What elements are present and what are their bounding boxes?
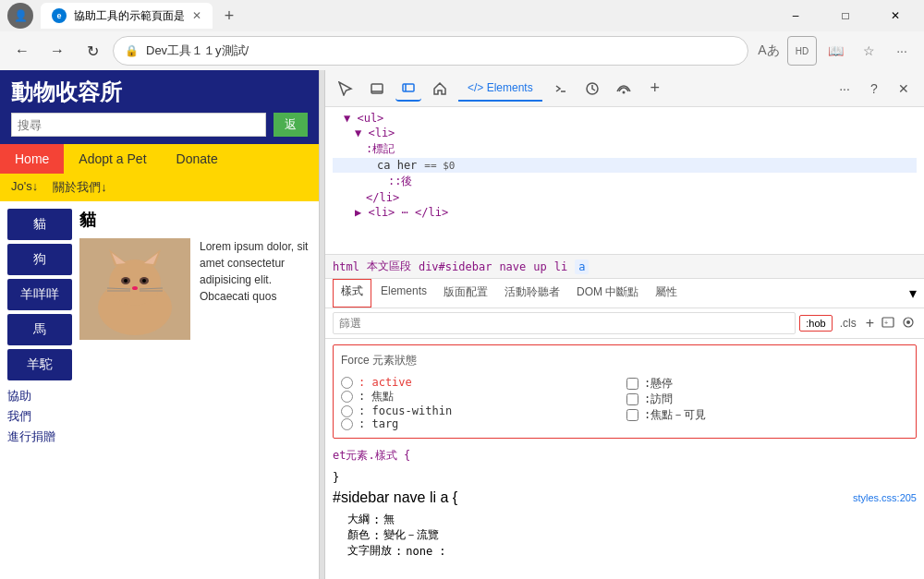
css-selector-text: #sidebar nave li a { xyxy=(333,489,457,506)
devtools-help-icon[interactable]: ? xyxy=(861,76,887,102)
refresh-button[interactable]: ↻ xyxy=(78,36,107,66)
state-active[interactable]: : active xyxy=(341,376,623,389)
tab-elements[interactable]: </> Elements xyxy=(458,76,542,102)
sidebar-item-sheep[interactable]: 羊咩咩 xyxy=(7,279,72,310)
css-source-file[interactable]: styles.css:205 xyxy=(853,492,917,503)
css-prop-val-outline: 無 xyxy=(383,512,395,527)
tab-properties[interactable]: 屬性 xyxy=(648,279,685,308)
address-bar[interactable]: 🔒 Dev工具１１y測試/ xyxy=(113,36,748,66)
browser-tab[interactable]: e 協助工具的示範頁面是 ✕ xyxy=(41,3,213,29)
state-focus-within-radio[interactable] xyxy=(341,405,353,417)
css-prop-outline: 大綱 : 無 xyxy=(333,512,917,527)
elements-panel-icon[interactable] xyxy=(395,76,421,102)
performance-icon[interactable] xyxy=(579,76,605,102)
styles-filter-input[interactable] xyxy=(333,312,796,334)
immersive-button[interactable]: 📖 xyxy=(821,36,850,66)
cls-button[interactable]: .cls xyxy=(836,315,860,332)
add-style-button[interactable]: + xyxy=(864,313,876,333)
new-tab-button[interactable]: + xyxy=(216,3,242,29)
sidebar-item-horse[interactable]: 馬 xyxy=(7,314,72,345)
html-tree-line: :標記 xyxy=(333,140,917,158)
page-content: 貓 狗 羊咩咩 馬 羊駝 協助 我們 進行捐贈 貓 xyxy=(0,201,319,452)
state-hover-checkbox[interactable] xyxy=(626,378,638,390)
css-prop-color: 顏色 : 變化－流覽 xyxy=(333,527,917,543)
minimize-button[interactable]: – xyxy=(774,0,817,31)
sidebar-item-camel[interactable]: 羊駝 xyxy=(7,349,72,380)
new-style-rule-icon[interactable]: + xyxy=(880,314,896,333)
home-icon[interactable] xyxy=(427,76,453,102)
breadcrumb-body[interactable]: 本文區段 xyxy=(367,259,411,274)
styles-panel-chevron[interactable]: ▾ xyxy=(909,279,917,308)
nav-adopt[interactable]: Adopt a Pet xyxy=(64,144,161,174)
breadcrumb-nave[interactable]: nave xyxy=(499,260,526,273)
state-focus-radio[interactable] xyxy=(341,391,353,403)
tab-event-listeners[interactable]: 活動聆聽者 xyxy=(497,279,567,308)
state-focus[interactable]: : 焦點 xyxy=(341,389,623,404)
state-focus-visible[interactable]: :焦點－可見 xyxy=(626,407,908,423)
maximize-button[interactable]: □ xyxy=(824,0,867,31)
state-focus-visible-checkbox[interactable] xyxy=(626,409,638,421)
favorites-button[interactable]: ☆ xyxy=(854,36,883,66)
svg-point-11 xyxy=(132,286,138,290)
devtools-close-icon[interactable]: ✕ xyxy=(891,76,917,102)
state-visited[interactable]: :訪問 xyxy=(626,392,908,407)
sidebar-item-dog[interactable]: 狗 xyxy=(7,244,72,275)
search-button[interactable]: 返 xyxy=(274,113,308,137)
add-panel-icon[interactable]: + xyxy=(642,76,668,102)
hd-button[interactable]: HD xyxy=(787,36,817,66)
tab-close-btn[interactable]: ✕ xyxy=(192,9,201,22)
breadcrumb-html[interactable]: html xyxy=(333,260,359,273)
state-target-label: : targ xyxy=(359,417,398,430)
html-tree-line-selected[interactable]: ca her == $0 xyxy=(333,158,917,173)
state-target-radio[interactable] xyxy=(341,418,353,430)
tab-styles[interactable]: 樣式 xyxy=(333,279,371,308)
close-button[interactable]: ✕ xyxy=(874,0,917,31)
css-et-rule: et元素.樣式 { xyxy=(325,444,924,467)
svg-point-10 xyxy=(142,279,146,283)
state-target[interactable]: : targ xyxy=(341,417,623,430)
state-active-radio[interactable] xyxy=(341,377,353,389)
sub-nav-jos[interactable]: Jo's↓ xyxy=(7,177,42,198)
html-tree-line: ▶ <li> ⋯ </li> xyxy=(333,205,917,220)
webpage: 動物收容所 返 Home Adopt a Pet Donate Jo's↓ 關於… xyxy=(0,70,319,579)
search-area: 返 xyxy=(11,113,308,137)
state-visited-checkbox[interactable] xyxy=(626,393,638,405)
state-hover[interactable]: :懸停 xyxy=(626,376,908,392)
back-button[interactable]: ← xyxy=(7,36,37,66)
css-rule-source: #sidebar nave li a { styles.css:205 xyxy=(325,488,924,508)
more-button[interactable]: ··· xyxy=(887,36,917,66)
breadcrumb-a[interactable]: a xyxy=(575,259,589,274)
profile-avatar[interactable]: 👤 xyxy=(7,3,33,29)
css-prop-name-color: 顏色 xyxy=(333,527,370,543)
tab-dom-breakpoints[interactable]: DOM 中斷點 xyxy=(569,279,646,308)
sidebar-link-donate[interactable]: 進行捐贈 xyxy=(7,428,72,445)
html-tree[interactable]: ▼ <ul> ▼ <li> :標記 ca her == $0 ::後 </li> xyxy=(325,107,924,255)
search-input[interactable] xyxy=(11,113,266,137)
sidebar-link-help[interactable]: 協助 xyxy=(7,388,72,404)
translate-button[interactable]: Aあ xyxy=(754,36,784,66)
inspect-element-icon[interactable] xyxy=(333,76,359,102)
device-emulation-icon[interactable] xyxy=(364,76,390,102)
tab-computed[interactable]: Elements xyxy=(373,279,434,308)
force-state-title: Force 元素狀態 xyxy=(341,353,908,368)
nav-donate[interactable]: Donate xyxy=(162,144,233,174)
sub-nav-about[interactable]: 關於我們↓ xyxy=(49,177,111,198)
breadcrumb-div-sidebar[interactable]: div#sidebar xyxy=(419,260,492,273)
breadcrumb-li[interactable]: li xyxy=(554,260,567,273)
css-prop-val-color: 變化－流覽 xyxy=(383,527,439,543)
hob-button[interactable]: :hob xyxy=(799,315,832,332)
nav-home[interactable]: Home xyxy=(0,144,64,174)
breadcrumb-up[interactable]: up xyxy=(533,260,546,273)
sidebar-item-cat[interactable]: 貓 xyxy=(7,209,72,240)
tab-layout[interactable]: 版面配置 xyxy=(436,279,495,308)
site-title: 動物收容所 xyxy=(11,78,308,107)
devtools-options-icon[interactable]: ··· xyxy=(832,76,857,102)
console-icon[interactable] xyxy=(548,76,574,102)
sidebar-link-us[interactable]: 我們 xyxy=(7,408,72,425)
forward-button[interactable]: → xyxy=(43,36,72,66)
state-focus-within[interactable]: : focus-within xyxy=(341,404,623,417)
svg-text:+: + xyxy=(884,320,888,326)
network-icon[interactable] xyxy=(611,76,637,102)
svg-point-2 xyxy=(109,259,161,306)
color-picker-icon[interactable] xyxy=(900,314,917,333)
